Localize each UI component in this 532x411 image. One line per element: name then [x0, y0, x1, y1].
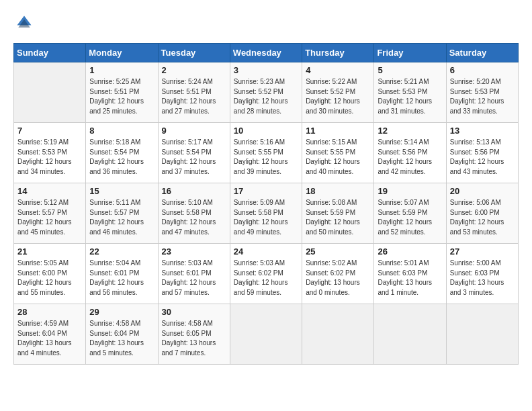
weekday-header: Tuesday [158, 44, 230, 62]
cell-info: Sunrise: 5:00 AM Sunset: 6:03 PM Dayligh… [450, 259, 515, 298]
day-number: 28 [17, 307, 82, 317]
calendar-cell: 9Sunrise: 5:17 AM Sunset: 5:54 PM Daylig… [158, 123, 230, 183]
calendar-cell: 26Sunrise: 5:01 AM Sunset: 6:03 PM Dayli… [374, 244, 446, 304]
day-number: 27 [450, 246, 515, 257]
cell-info: Sunrise: 5:24 AM Sunset: 5:51 PM Dayligh… [162, 77, 226, 116]
cell-info: Sunrise: 5:03 AM Sunset: 6:01 PM Dayligh… [162, 259, 226, 298]
calendar-cell: 24Sunrise: 5:03 AM Sunset: 6:02 PM Dayli… [230, 244, 302, 304]
weekday-header: Wednesday [230, 44, 302, 62]
cell-info: Sunrise: 5:23 AM Sunset: 5:52 PM Dayligh… [234, 77, 298, 116]
calendar-cell: 3Sunrise: 5:23 AM Sunset: 5:52 PM Daylig… [230, 62, 302, 123]
cell-info: Sunrise: 4:58 AM Sunset: 6:05 PM Dayligh… [162, 319, 226, 358]
cell-info: Sunrise: 5:05 AM Sunset: 6:00 PM Dayligh… [17, 259, 82, 298]
cell-info: Sunrise: 5:01 AM Sunset: 6:03 PM Dayligh… [378, 259, 442, 298]
cell-info: Sunrise: 4:59 AM Sunset: 6:04 PM Dayligh… [17, 319, 82, 358]
day-number: 23 [162, 246, 226, 257]
calendar-cell: 16Sunrise: 5:10 AM Sunset: 5:58 PM Dayli… [158, 183, 230, 244]
cell-info: Sunrise: 5:19 AM Sunset: 5:53 PM Dayligh… [17, 138, 82, 177]
weekday-header: Sunday [14, 44, 86, 62]
day-number: 14 [17, 186, 82, 196]
calendar-cell [14, 62, 86, 123]
calendar-cell: 2Sunrise: 5:24 AM Sunset: 5:51 PM Daylig… [158, 62, 230, 123]
day-number: 29 [89, 307, 154, 317]
calendar-cell: 10Sunrise: 5:16 AM Sunset: 5:55 PM Dayli… [230, 123, 302, 183]
calendar-cell [230, 304, 302, 365]
cell-info: Sunrise: 4:58 AM Sunset: 6:04 PM Dayligh… [89, 319, 154, 358]
day-number: 5 [378, 65, 442, 75]
day-number: 2 [162, 65, 226, 75]
calendar-cell: 14Sunrise: 5:12 AM Sunset: 5:57 PM Dayli… [14, 183, 86, 244]
day-number: 25 [306, 246, 370, 257]
day-number: 21 [17, 246, 82, 257]
day-number: 20 [450, 186, 515, 196]
cell-info: Sunrise: 5:17 AM Sunset: 5:54 PM Dayligh… [162, 138, 226, 177]
day-number: 26 [378, 246, 442, 257]
cell-info: Sunrise: 5:14 AM Sunset: 5:56 PM Dayligh… [378, 138, 442, 177]
cell-info: Sunrise: 5:04 AM Sunset: 6:01 PM Dayligh… [89, 259, 154, 298]
logo [13, 13, 34, 32]
calendar-cell: 25Sunrise: 5:02 AM Sunset: 6:02 PM Dayli… [302, 244, 374, 304]
calendar-cell: 11Sunrise: 5:15 AM Sunset: 5:55 PM Dayli… [302, 123, 374, 183]
day-number: 8 [89, 126, 154, 136]
calendar-cell: 27Sunrise: 5:00 AM Sunset: 6:03 PM Dayli… [446, 244, 518, 304]
day-number: 10 [234, 126, 298, 136]
weekday-header: Saturday [446, 44, 518, 62]
cell-info: Sunrise: 5:25 AM Sunset: 5:51 PM Dayligh… [89, 77, 154, 116]
cell-info: Sunrise: 5:07 AM Sunset: 5:59 PM Dayligh… [378, 198, 442, 237]
day-number: 18 [306, 186, 370, 196]
day-number: 16 [162, 186, 226, 196]
cell-info: Sunrise: 5:16 AM Sunset: 5:55 PM Dayligh… [234, 138, 298, 177]
calendar-cell [374, 304, 446, 365]
cell-info: Sunrise: 5:10 AM Sunset: 5:58 PM Dayligh… [162, 198, 226, 237]
weekday-header: Monday [86, 44, 158, 62]
calendar-cell: 12Sunrise: 5:14 AM Sunset: 5:56 PM Dayli… [374, 123, 446, 183]
day-number: 17 [234, 186, 298, 196]
day-number: 11 [306, 126, 370, 136]
calendar-cell: 29Sunrise: 4:58 AM Sunset: 6:04 PM Dayli… [86, 304, 158, 365]
day-number: 4 [306, 65, 370, 75]
calendar-cell: 4Sunrise: 5:22 AM Sunset: 5:52 PM Daylig… [302, 62, 374, 123]
calendar-cell: 7Sunrise: 5:19 AM Sunset: 5:53 PM Daylig… [14, 123, 86, 183]
calendar-cell: 17Sunrise: 5:09 AM Sunset: 5:58 PM Dayli… [230, 183, 302, 244]
day-number: 1 [89, 65, 154, 75]
day-number: 7 [17, 126, 82, 136]
day-number: 22 [89, 246, 154, 257]
calendar-cell: 22Sunrise: 5:04 AM Sunset: 6:01 PM Dayli… [86, 244, 158, 304]
calendar-cell [302, 304, 374, 365]
calendar-cell: 23Sunrise: 5:03 AM Sunset: 6:01 PM Dayli… [158, 244, 230, 304]
logo-icon [15, 13, 34, 32]
cell-info: Sunrise: 5:13 AM Sunset: 5:56 PM Dayligh… [450, 138, 515, 177]
calendar-cell: 30Sunrise: 4:58 AM Sunset: 6:05 PM Dayli… [158, 304, 230, 365]
day-number: 3 [234, 65, 298, 75]
cell-info: Sunrise: 5:03 AM Sunset: 6:02 PM Dayligh… [234, 259, 298, 298]
cell-info: Sunrise: 5:11 AM Sunset: 5:57 PM Dayligh… [89, 198, 154, 237]
calendar-table: SundayMondayTuesdayWednesdayThursdayFrid… [13, 43, 519, 365]
calendar-cell: 18Sunrise: 5:08 AM Sunset: 5:59 PM Dayli… [302, 183, 374, 244]
day-number: 19 [378, 186, 442, 196]
calendar-cell: 28Sunrise: 4:59 AM Sunset: 6:04 PM Dayli… [14, 304, 86, 365]
calendar-cell: 20Sunrise: 5:06 AM Sunset: 6:00 PM Dayli… [446, 183, 518, 244]
calendar-cell: 21Sunrise: 5:05 AM Sunset: 6:00 PM Dayli… [14, 244, 86, 304]
calendar-cell: 5Sunrise: 5:21 AM Sunset: 5:53 PM Daylig… [374, 62, 446, 123]
calendar-cell: 19Sunrise: 5:07 AM Sunset: 5:59 PM Dayli… [374, 183, 446, 244]
calendar-cell: 13Sunrise: 5:13 AM Sunset: 5:56 PM Dayli… [446, 123, 518, 183]
cell-info: Sunrise: 5:02 AM Sunset: 6:02 PM Dayligh… [306, 259, 370, 298]
cell-info: Sunrise: 5:22 AM Sunset: 5:52 PM Dayligh… [306, 77, 370, 116]
day-number: 9 [162, 126, 226, 136]
day-number: 15 [89, 186, 154, 196]
calendar-cell: 1Sunrise: 5:25 AM Sunset: 5:51 PM Daylig… [86, 62, 158, 123]
day-number: 24 [234, 246, 298, 257]
weekday-header: Friday [374, 44, 446, 62]
day-number: 12 [378, 126, 442, 136]
cell-info: Sunrise: 5:12 AM Sunset: 5:57 PM Dayligh… [17, 198, 82, 237]
cell-info: Sunrise: 5:15 AM Sunset: 5:55 PM Dayligh… [306, 138, 370, 177]
calendar-cell [446, 304, 518, 365]
cell-info: Sunrise: 5:06 AM Sunset: 6:00 PM Dayligh… [450, 198, 515, 237]
cell-info: Sunrise: 5:08 AM Sunset: 5:59 PM Dayligh… [306, 198, 370, 237]
weekday-header: Thursday [302, 44, 374, 62]
cell-info: Sunrise: 5:09 AM Sunset: 5:58 PM Dayligh… [234, 198, 298, 237]
cell-info: Sunrise: 5:20 AM Sunset: 5:53 PM Dayligh… [450, 77, 515, 116]
calendar-cell: 15Sunrise: 5:11 AM Sunset: 5:57 PM Dayli… [86, 183, 158, 244]
calendar-cell: 6Sunrise: 5:20 AM Sunset: 5:53 PM Daylig… [446, 62, 518, 123]
day-number: 30 [162, 307, 226, 317]
